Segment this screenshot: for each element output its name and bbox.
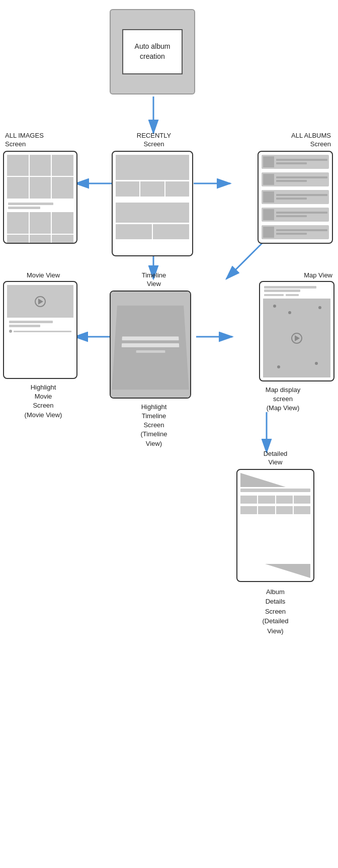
album-line: [276, 159, 327, 161]
timeline-view-title: TimelineView: [110, 271, 198, 288]
recently-small-image: [116, 224, 152, 239]
grid-cell: [7, 177, 29, 199]
progress-dot: [9, 330, 12, 333]
play-icon: [35, 296, 46, 307]
details-cell: [276, 506, 293, 514]
auto-album-label: Auto albumcreation: [122, 29, 183, 74]
map-dot: [273, 305, 276, 308]
album-thumb: [263, 174, 274, 185]
timeline-perspective: [112, 306, 189, 390]
album-thumb: [263, 209, 274, 220]
album-line: [276, 212, 327, 214]
timeline-bar: [122, 336, 179, 340]
recently-small-image: [153, 224, 189, 239]
all-images-title: ALL IMAGESScreen: [3, 132, 81, 149]
movie-view-title: Movie View: [3, 271, 83, 279]
details-cell: [294, 496, 310, 504]
recently-screen-group: RECENTLYScreen: [112, 132, 196, 256]
map-info-row: [263, 285, 330, 297]
grid-cell: [7, 235, 29, 244]
album-details-group: DetailedView: [221, 450, 329, 636]
details-cell: [258, 496, 275, 504]
album-details-phone: [236, 469, 314, 582]
recently-small-image: [140, 181, 164, 197]
map-play-icon: [291, 333, 302, 344]
grid-cell: [52, 155, 73, 176]
grid-cell: [30, 235, 51, 244]
timeline-bar: [122, 343, 179, 347]
map-view-caption: Map displayscreen(Map View): [231, 385, 334, 413]
timeline-view-phone: [110, 291, 191, 399]
grid-cell: [7, 212, 29, 234]
album-line: [276, 176, 327, 178]
timeline-content: [111, 292, 190, 398]
grid-cell: [30, 177, 51, 199]
movie-subtitle-line: [9, 325, 40, 327]
album-line: [276, 162, 307, 164]
details-triangle-top: [240, 473, 286, 487]
recently-phone: [112, 151, 193, 256]
album-line: [276, 194, 327, 196]
progress-bar: [14, 331, 71, 332]
details-cell: [276, 496, 293, 504]
text-line: [8, 207, 40, 209]
album-line: [276, 215, 307, 217]
map-info-line: [264, 286, 316, 288]
details-cell: [258, 506, 275, 514]
map-view-group: Map View: [231, 271, 334, 413]
grid-cell: [52, 177, 73, 199]
details-bar: [240, 489, 310, 492]
all-images-phone: [3, 151, 77, 244]
recently-small-image: [165, 181, 189, 197]
timeline-view-caption: HighlightTimelineScreen(TimelineView): [110, 403, 198, 448]
map-info-small-line: [286, 294, 299, 296]
details-cell: [240, 496, 257, 504]
details-cell: [240, 506, 257, 514]
album-list-row: [262, 172, 329, 186]
album-details-title: DetailedView: [221, 450, 329, 467]
album-thumb: [263, 227, 274, 238]
movie-view-caption: HighlightMovieScreen(Movie View): [3, 383, 83, 420]
map-dot: [315, 362, 318, 365]
grid-cell: [52, 212, 73, 234]
map-info-small-line: [264, 294, 284, 296]
timeline-small-bar: [136, 350, 165, 353]
album-list-row: [262, 155, 329, 169]
album-list-row: [262, 190, 329, 204]
auto-album-device: Auto albumcreation: [110, 9, 195, 94]
recently-big-image: [116, 155, 189, 180]
spacer: [116, 198, 189, 201]
album-line: [276, 229, 327, 231]
album-line: [276, 198, 307, 200]
all-albums-title: ALL ALBUMSScreen: [232, 132, 333, 149]
details-cell: [294, 506, 310, 514]
all-images-screen-group: ALL IMAGESScreen: [3, 132, 81, 244]
auto-album-text: Auto albumcreation: [135, 42, 171, 61]
grid-cell: [30, 212, 51, 234]
album-details-caption: AlbumDetailsScreen(DetailedView): [221, 587, 329, 636]
movie-view-group: Movie View: [3, 271, 83, 420]
details-grid-row2: [240, 506, 310, 514]
recently-title: RECENTLYScreen: [112, 132, 196, 149]
movie-thumbnail: [7, 285, 73, 318]
map-dot: [288, 311, 291, 314]
map-view-phone: [259, 281, 334, 381]
map-area: [263, 299, 330, 377]
recently-big-image: [116, 203, 189, 223]
spacer: [240, 516, 310, 562]
map-dot: [277, 365, 280, 368]
album-line: [276, 180, 307, 182]
album-list-row: [262, 208, 329, 222]
grid-cell: [30, 155, 51, 176]
diagram-container: Auto albumcreation ALL IMAGESScreen: [0, 0, 338, 868]
map-info-line: [264, 290, 300, 292]
movie-view-phone: [3, 281, 77, 379]
movie-title-line: [9, 321, 53, 323]
album-thumb: [263, 156, 274, 167]
album-thumb: [263, 191, 274, 203]
map-dot: [318, 306, 321, 309]
details-triangle-bottom: [265, 564, 310, 578]
timeline-view-group: TimelineView HighlightTimelineScreen(Tim…: [110, 271, 198, 448]
all-albums-phone: [258, 151, 333, 244]
play-triangle: [295, 335, 300, 341]
